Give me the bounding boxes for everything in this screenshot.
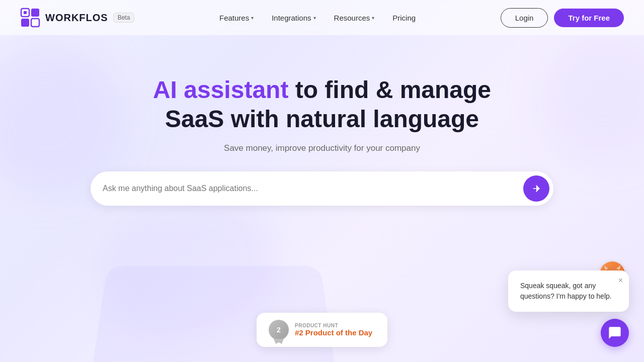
nav-pricing[interactable]: Pricing bbox=[385, 10, 423, 26]
svg-rect-2 bbox=[21, 19, 29, 27]
chat-toggle-button[interactable] bbox=[601, 319, 629, 347]
svg-rect-5 bbox=[34, 21, 37, 24]
hero-title-highlight: AI assistant bbox=[153, 76, 288, 103]
chat-bubble: × Squeak squeak, got any questions? I'm … bbox=[508, 270, 629, 312]
search-input[interactable] bbox=[103, 184, 523, 193]
product-hunt-badge[interactable]: 2 PRODUCT HUNT #2 Product of the Day bbox=[257, 313, 387, 347]
resources-chevron-icon: ▾ bbox=[372, 15, 374, 21]
try-for-free-button[interactable]: Try for Free bbox=[554, 9, 624, 27]
svg-rect-4 bbox=[24, 11, 27, 14]
medal-rank: 2 bbox=[269, 320, 289, 340]
nav-integrations[interactable]: Integrations ▾ bbox=[265, 10, 323, 26]
integrations-chevron-icon: ▾ bbox=[313, 15, 316, 21]
chat-close-button[interactable]: × bbox=[618, 277, 623, 285]
product-hunt-text: PRODUCT HUNT #2 Product of the Day bbox=[295, 323, 372, 337]
nav-resources[interactable]: Resources ▾ bbox=[327, 10, 382, 26]
chat-bubble-text: Squeak squeak, got any questions? I'm ha… bbox=[520, 281, 617, 302]
navbar: WORKFLOS Beta Features ▾ Integrations ▾ … bbox=[0, 0, 644, 35]
nav-left: WORKFLOS Beta bbox=[20, 8, 134, 28]
logo-icon bbox=[20, 8, 40, 28]
nav-features[interactable]: Features ▾ bbox=[212, 10, 261, 26]
beta-badge: Beta bbox=[113, 13, 135, 23]
logo-text: WORKFLOS bbox=[45, 12, 108, 24]
hero-subtitle: Save money, improve productivity for you… bbox=[224, 143, 420, 153]
nav-center: Features ▾ Integrations ▾ Resources ▾ Pr… bbox=[212, 10, 423, 26]
features-chevron-icon: ▾ bbox=[251, 15, 254, 21]
chat-widget: × Squeak squeak, got any questions? I'm … bbox=[601, 319, 629, 347]
product-hunt-medal: 2 bbox=[269, 320, 289, 340]
product-hunt-label: PRODUCT HUNT bbox=[295, 323, 372, 328]
product-hunt-title: #2 Product of the Day bbox=[295, 328, 372, 337]
chat-icon bbox=[608, 326, 622, 340]
medal-ribbon bbox=[274, 339, 284, 344]
search-submit-button[interactable] bbox=[523, 175, 549, 202]
svg-rect-1 bbox=[31, 9, 39, 17]
hero-section: AI assistant to find & manage SaaS with … bbox=[0, 35, 644, 206]
search-container bbox=[91, 171, 553, 206]
nav-right: Login Try for Free bbox=[501, 8, 624, 28]
hero-title: AI assistant to find & manage SaaS with … bbox=[121, 75, 523, 133]
login-button[interactable]: Login bbox=[501, 8, 548, 28]
arrow-right-icon bbox=[531, 184, 541, 194]
